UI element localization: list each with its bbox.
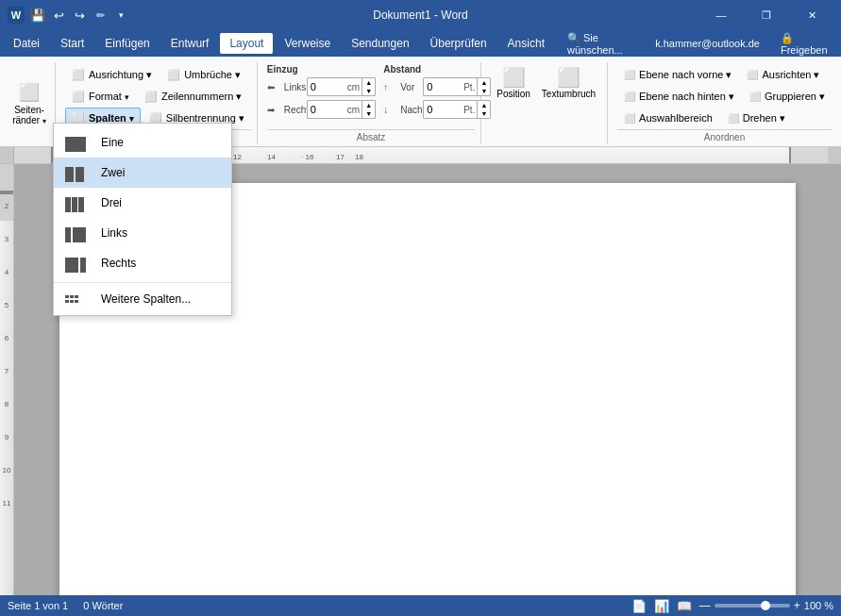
dropdown-item-links[interactable]: Links bbox=[54, 218, 231, 248]
page-count: Seite 1 von 1 bbox=[8, 600, 68, 611]
ruler-mark-2: 3 bbox=[0, 235, 13, 243]
drehen-button[interactable]: ⬜ Drehen ▾ bbox=[721, 108, 792, 128]
redo-button[interactable]: ↪ bbox=[70, 6, 89, 25]
dropdown-label-rechts: Rechts bbox=[101, 257, 136, 270]
umbrueche-button[interactable]: ⬜ Umbrüche ▾ bbox=[160, 64, 247, 85]
abstand-vor-row: ↑ Vor Pt. ▲ ▼ bbox=[383, 76, 491, 97]
einzug-links-field[interactable] bbox=[308, 78, 345, 95]
ruler-mark-6: 7 bbox=[0, 367, 13, 375]
window-title: Dokument1 - Word bbox=[373, 8, 467, 22]
view-mode-web[interactable]: 📊 bbox=[654, 599, 669, 613]
einzug-rechts-row: ➡ Rechts cm ▲ ▼ bbox=[267, 99, 376, 120]
dropdown-label-links: Links bbox=[101, 226, 127, 240]
save-button[interactable]: 💾 bbox=[28, 6, 47, 25]
einzug-rechts-input[interactable]: cm ▲ ▼ bbox=[307, 100, 376, 119]
einzug-rechts-up[interactable]: ▲ bbox=[362, 101, 375, 109]
zoom-in-button[interactable]: + bbox=[794, 599, 800, 612]
dropdown-item-drei[interactable]: Drei bbox=[54, 188, 231, 218]
ruler-mark-1: 2 bbox=[0, 202, 13, 210]
dropdown-item-rechts[interactable]: Rechts bbox=[54, 248, 231, 278]
menu-ansicht[interactable]: Ansicht bbox=[498, 33, 554, 54]
menu-sendungen[interactable]: Sendungen bbox=[342, 33, 418, 54]
minimize-button[interactable]: — bbox=[699, 0, 743, 30]
position-button[interactable]: ⬜ Position bbox=[493, 64, 534, 101]
seitenraender-button[interactable]: ⬜ Seiten- ränder ▾ bbox=[12, 82, 46, 125]
auswahlbereich-button[interactable]: ⬜ Auswahlbereich bbox=[617, 108, 719, 128]
einzug-links-input[interactable]: cm ▲ ▼ bbox=[307, 77, 376, 96]
menu-entwurf[interactable]: Entwurf bbox=[161, 33, 219, 54]
quick-access-toolbar: 💾 ↩ ↪ ✏ ▾ bbox=[28, 6, 130, 25]
ausrichten-button[interactable]: ⬜ Ausrichten ▾ bbox=[740, 64, 826, 85]
ruler-mark-7: 8 bbox=[0, 400, 13, 408]
menu-search[interactable]: 🔍 Sie wünschen... bbox=[558, 28, 644, 59]
vertical-ruler: 2 3 4 5 6 7 8 9 10 11 bbox=[0, 164, 14, 595]
user-account[interactable]: k.hammer@outlook.de bbox=[646, 34, 769, 53]
ruler-mark-9: 10 bbox=[0, 466, 13, 474]
column-icon-eine bbox=[65, 133, 92, 152]
zeilennummern-button[interactable]: ⬜ Zeilennummern ▾ bbox=[138, 86, 248, 107]
title-bar: W 💾 ↩ ↪ ✏ ▾ Dokument1 - Word — ❐ ✕ bbox=[0, 0, 841, 30]
dropdown-separator bbox=[54, 282, 231, 283]
dropdown-label-drei: Drei bbox=[101, 196, 122, 209]
ebene-hinten-button[interactable]: ⬜ Ebene nach hinten ▾ bbox=[617, 86, 741, 107]
einzug-links-up[interactable]: ▲ bbox=[362, 78, 375, 87]
menu-bar: Datei Start Einfügen Entwurf Layout Verw… bbox=[0, 30, 841, 57]
column-icon-rechts bbox=[65, 254, 92, 273]
menu-verweise[interactable]: Verweise bbox=[275, 33, 340, 54]
ruler-mark-4: 5 bbox=[0, 301, 13, 309]
einzug-links-row: ⬅ Links cm ▲ ▼ bbox=[267, 76, 376, 97]
dropdown-label-zwei: Zwei bbox=[101, 166, 125, 179]
dropdown-label-eine: Eine bbox=[101, 136, 124, 149]
column-icon-zwei bbox=[65, 163, 92, 182]
more-columns-icon bbox=[65, 295, 92, 303]
word-app-icon: W bbox=[8, 7, 25, 24]
status-bar: Seite 1 von 1 0 Wörter 📄 📊 📖 — + 100 % bbox=[0, 595, 841, 616]
ruler-mark-10: 11 bbox=[0, 499, 13, 508]
ruler-mark-5: 6 bbox=[0, 334, 13, 342]
menu-start[interactable]: Start bbox=[51, 33, 93, 54]
dropdown-item-zwei[interactable]: Zwei bbox=[54, 158, 231, 188]
window-controls: — ❐ ✕ bbox=[699, 0, 833, 30]
menu-datei[interactable]: Datei bbox=[4, 33, 49, 54]
ebene-vorne-button[interactable]: ⬜ Ebene nach vorne ▾ bbox=[617, 64, 738, 85]
abstand-vor-field[interactable] bbox=[424, 78, 462, 95]
format-button[interactable]: ⬜ Format ▾ bbox=[65, 86, 136, 107]
menu-einfuegen[interactable]: Einfügen bbox=[95, 33, 159, 54]
customize-qa-button[interactable]: ▾ bbox=[111, 6, 130, 25]
textumbruch-button[interactable]: ⬜ Textumbruch bbox=[538, 64, 599, 101]
einzug-rechts-down[interactable]: ▼ bbox=[362, 109, 375, 118]
spalten-dropdown: Eine Zwei Drei Links bbox=[53, 123, 232, 316]
maximize-button[interactable]: ❐ bbox=[745, 0, 788, 30]
draw-button[interactable]: ✏ bbox=[91, 6, 109, 25]
share-button[interactable]: 🔒 Freigeben bbox=[771, 28, 837, 59]
dropdown-item-more[interactable]: Weitere Spalten... bbox=[54, 287, 231, 311]
menu-ueberpruefen[interactable]: Überprüfen bbox=[421, 33, 496, 54]
view-mode-read[interactable]: 📖 bbox=[677, 599, 692, 613]
status-right: 📄 📊 📖 — + 100 % bbox=[631, 599, 833, 613]
abstand-nach-field[interactable] bbox=[424, 101, 462, 118]
dropdown-item-eine[interactable]: Eine bbox=[54, 127, 231, 158]
word-count: 0 Wörter bbox=[83, 600, 123, 611]
column-icon-drei bbox=[65, 193, 92, 212]
column-icon-links bbox=[65, 224, 92, 242]
zoom-slider[interactable] bbox=[715, 604, 790, 608]
ausrichtung-button[interactable]: ⬜ Ausrichtung ▾ bbox=[65, 64, 159, 85]
abstand-vor-input[interactable]: Pt. ▲ ▼ bbox=[423, 77, 491, 96]
einzug-links-down[interactable]: ▼ bbox=[362, 87, 375, 95]
view-mode-print[interactable]: 📄 bbox=[631, 599, 647, 613]
menu-layout[interactable]: Layout bbox=[220, 33, 273, 54]
zoom-out-button[interactable]: — bbox=[699, 599, 711, 612]
dropdown-label-more: Weitere Spalten... bbox=[101, 292, 191, 306]
ruler-mark-3: 4 bbox=[0, 268, 13, 276]
gruppieren-button[interactable]: ⬜ Gruppieren ▾ bbox=[743, 86, 832, 107]
einzug-rechts-field[interactable] bbox=[308, 101, 345, 118]
undo-button[interactable]: ↩ bbox=[49, 6, 68, 25]
close-button[interactable]: ✕ bbox=[790, 0, 833, 30]
zoom-control: — + 100 % bbox=[699, 599, 833, 612]
zoom-level: 100 % bbox=[804, 600, 833, 611]
ruler-mark-8: 9 bbox=[0, 433, 13, 441]
abstand-nach-row: ↓ Nach Pt. ▲ ▼ bbox=[383, 99, 491, 120]
status-left: Seite 1 von 1 0 Wörter bbox=[8, 600, 123, 611]
title-bar-left: W 💾 ↩ ↪ ✏ ▾ bbox=[8, 6, 130, 25]
abstand-nach-input[interactable]: Pt. ▲ ▼ bbox=[423, 100, 491, 119]
